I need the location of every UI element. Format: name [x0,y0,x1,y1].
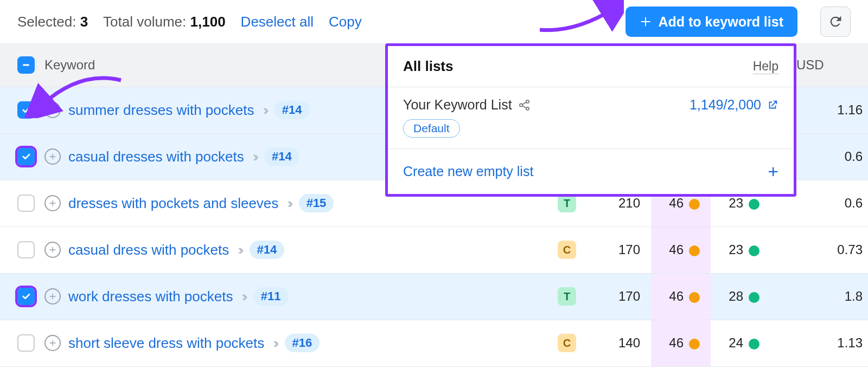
popover-title: All lists [403,58,453,75]
row-checkbox[interactable] [17,148,35,165]
serp-position-badge[interactable]: #15 [299,194,334,212]
toolbar: Selected: 3 Total volume: 1,100 Deselect… [0,0,868,43]
keyword-link[interactable]: work dresses with pockets [68,288,233,305]
list-name: Your Keyword List [403,97,532,113]
select-all-checkbox[interactable] [17,56,35,74]
expand-button[interactable] [44,335,61,351]
serp-position-badge[interactable]: #14 [275,101,310,119]
intent-badge: T [558,287,576,306]
row-checkbox[interactable] [17,241,35,258]
svg-rect-0 [23,64,29,66]
list-count-link[interactable]: 1,149/2,000 [690,97,778,113]
check-icon [21,292,31,301]
cpc-cell: 1.8 [770,273,868,320]
minus-icon [21,60,31,70]
table-row: short sleeve dress with pockets ›› #16 C… [0,320,868,366]
serp-position-badge[interactable]: #14 [264,147,299,166]
chevron-right-icon: ›› [240,288,245,305]
chevron-right-icon: ›› [252,148,257,165]
serp-position-badge[interactable]: #14 [250,241,285,259]
serp-position-badge[interactable]: #16 [285,334,320,352]
cpc-cell: 1.13 [770,320,868,366]
expand-button[interactable] [44,102,61,118]
copy-link[interactable]: Copy [329,14,362,30]
intent-badge: T [558,194,576,212]
plus-icon [640,16,652,28]
table-row: work dresses with pockets ›› #11 T 170 4… [0,273,868,320]
svg-line-5 [522,106,526,108]
com-cell: 28 [711,273,770,320]
keyword-link[interactable]: summer dresses with pockets [68,102,254,119]
row-checkbox[interactable] [17,195,35,212]
column-keyword[interactable]: Keyword [44,43,347,87]
kd-cell: 46 [651,273,711,320]
expand-button[interactable] [44,288,61,305]
cpc-cell: 0.73 [770,226,868,273]
row-checkbox[interactable] [17,334,35,352]
expand-button[interactable] [44,242,61,258]
chevron-right-icon: ›› [261,102,266,119]
row-checkbox[interactable] [17,101,35,119]
expand-button[interactable] [44,148,61,165]
serp-position-badge[interactable]: #11 [253,287,289,306]
deselect-all-link[interactable]: Deselect all [241,14,314,30]
chevron-right-icon: ›› [286,195,291,212]
check-icon [21,152,31,161]
intent-badge: C [558,334,576,352]
keyword-link[interactable]: casual dresses with pockets [68,148,244,165]
expand-button[interactable] [44,195,61,211]
chevron-right-icon: ›› [272,335,277,352]
keyword-link[interactable]: dresses with pockets and sleeves [68,195,278,212]
default-chip: Default [403,119,460,138]
com-cell: 23 [711,226,770,273]
refresh-button[interactable] [820,7,851,37]
table-row: casual dress with pockets ›› #14 C 170 4… [0,226,868,273]
volume-cell: 170 [591,226,651,273]
keyword-link[interactable]: short sleeve dress with pockets [68,335,264,352]
create-new-list[interactable]: Create new empty list + [388,149,794,194]
help-link[interactable]: Help [753,59,778,74]
list-item[interactable]: Your Keyword List 1,149/2,000 Default [388,87,794,149]
keyword-link[interactable]: casual dress with pockets [68,242,229,258]
row-checkbox[interactable] [17,288,35,305]
volume-cell: 140 [591,320,651,366]
selected-count: Selected: 3 [17,14,88,30]
svg-line-4 [522,102,526,104]
refresh-icon [828,14,843,29]
volume-cell: 170 [591,273,651,320]
check-icon [21,105,31,115]
intent-badge: C [558,241,576,259]
com-cell: 24 [711,320,770,366]
chevron-right-icon: ›› [237,242,241,258]
total-volume: Total volume: 1,100 [103,14,226,30]
add-to-keyword-list-button[interactable]: Add to keyword list [626,7,797,37]
plus-icon: + [768,161,778,182]
kd-cell: 46 [651,320,711,366]
kd-cell: 46 [651,226,711,273]
share-icon [518,98,532,112]
external-link-icon [767,99,778,111]
keyword-list-popover: All lists Help Your Keyword List 1,149/2… [385,43,796,197]
